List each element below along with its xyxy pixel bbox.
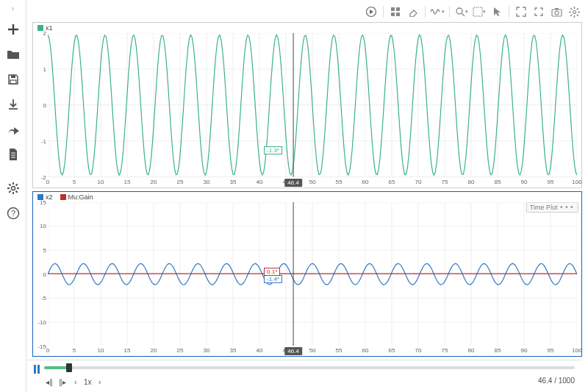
add-icon[interactable] xyxy=(3,19,24,40)
grid-icon[interactable] xyxy=(387,4,404,20)
svg-point-14 xyxy=(573,10,576,13)
legend-label: x1 xyxy=(46,24,53,32)
svg-rect-99 xyxy=(34,365,36,374)
speed-up-button[interactable]: › xyxy=(95,377,105,387)
svg-line-8 xyxy=(462,13,465,16)
run-icon[interactable] xyxy=(363,4,379,20)
svg-line-22 xyxy=(576,8,578,10)
svg-point-32 xyxy=(11,187,15,190)
export-icon[interactable] xyxy=(3,119,24,140)
svg-line-37 xyxy=(9,184,10,185)
download-icon[interactable] xyxy=(3,94,24,115)
collapse-chevron-icon[interactable]: › xyxy=(12,4,14,15)
legend-label: Mu:Gain xyxy=(68,193,93,201)
svg-rect-11 xyxy=(552,10,562,16)
time-slider[interactable] xyxy=(44,366,575,369)
svg-marker-1 xyxy=(370,10,373,14)
signal-icon[interactable]: ▾ xyxy=(429,4,445,20)
svg-line-19 xyxy=(570,8,572,10)
fit-icon[interactable]: ▾ xyxy=(471,4,487,20)
svg-marker-10 xyxy=(494,7,501,16)
legend-label: x2 xyxy=(46,193,53,201)
speed-label: 1x xyxy=(84,378,92,386)
svg-rect-4 xyxy=(391,13,395,16)
document-icon[interactable] xyxy=(3,144,24,165)
playback-bar: ◂∥ ∥▸ ‹ 1x › 46.4 / 1000 xyxy=(26,360,582,392)
top-toolbar: ▾ ▾ ▾ xyxy=(363,3,582,21)
plot-x1[interactable]: x1 -2-1012051015202530354045505560657075… xyxy=(32,22,582,188)
plot-x2[interactable]: x2 Mu:Gain Time Plot ∘∘∘ -15-10-50510150… xyxy=(32,191,582,357)
cursor-x-label: 46.4 xyxy=(284,179,302,187)
plots-container: x1 -2-1012051015202530354045505560657075… xyxy=(32,22,582,357)
svg-line-40 xyxy=(15,184,17,185)
settings-gear-icon[interactable] xyxy=(3,178,24,199)
cursor-x-label: 46.4 xyxy=(284,347,302,355)
zoom-icon[interactable]: ▾ xyxy=(453,4,470,20)
pointer-icon[interactable] xyxy=(489,4,505,20)
cursor-value-label: 0.1* xyxy=(264,268,280,276)
svg-rect-2 xyxy=(391,7,395,11)
svg-rect-9 xyxy=(473,7,482,16)
left-toolbar: › ? xyxy=(0,0,26,392)
svg-rect-100 xyxy=(37,365,40,374)
step-fwd-button[interactable]: ∥▸ xyxy=(57,377,68,387)
svg-rect-5 xyxy=(396,13,400,16)
slider-thumb[interactable] xyxy=(66,363,72,372)
svg-line-20 xyxy=(576,14,578,15)
svg-marker-6 xyxy=(410,10,417,17)
camera-icon[interactable] xyxy=(548,4,564,20)
pause-button[interactable] xyxy=(31,363,43,375)
save-icon[interactable] xyxy=(3,69,24,90)
svg-point-7 xyxy=(456,8,462,14)
folder-icon[interactable] xyxy=(3,44,24,65)
cursor-value-label: -1.4* xyxy=(264,275,282,283)
time-readout: 46.4 / 1000 xyxy=(538,377,575,385)
svg-rect-25 xyxy=(11,75,15,78)
speed-down-button[interactable]: ‹ xyxy=(71,377,81,387)
svg-line-21 xyxy=(570,14,572,15)
gear-icon[interactable] xyxy=(566,4,582,20)
svg-rect-3 xyxy=(396,7,400,11)
svg-line-39 xyxy=(9,191,10,193)
expand-icon[interactable] xyxy=(513,4,529,20)
fullscreen-icon[interactable] xyxy=(531,4,547,20)
eraser-icon[interactable] xyxy=(405,4,421,20)
step-back-button[interactable]: ◂∥ xyxy=(44,377,54,387)
svg-rect-13 xyxy=(555,8,559,10)
cursor-value-label: -1.3* xyxy=(264,146,282,154)
help-icon[interactable]: ? xyxy=(3,203,24,224)
svg-point-12 xyxy=(555,11,559,15)
svg-text:?: ? xyxy=(10,209,15,218)
svg-line-38 xyxy=(15,191,17,193)
